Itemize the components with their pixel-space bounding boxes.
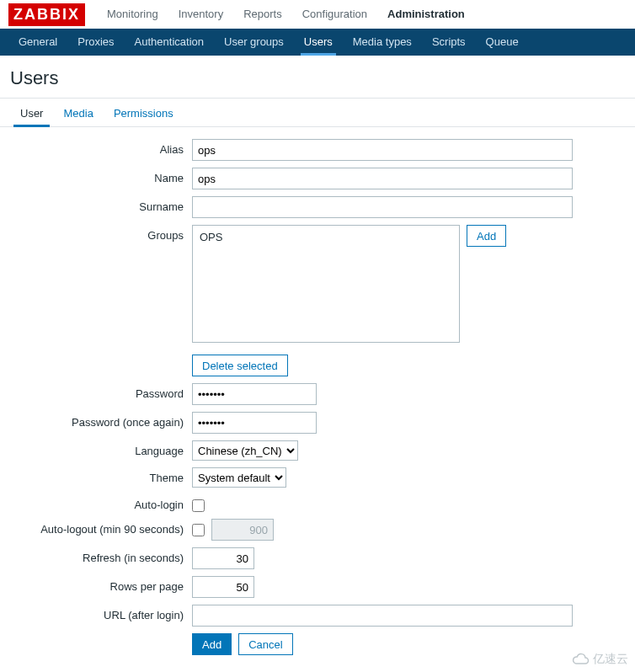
subnav-authentication[interactable]: Authentication bbox=[125, 29, 214, 56]
password2-label: Password (once again) bbox=[0, 412, 192, 429]
theme-label: Theme bbox=[0, 467, 192, 484]
password2-input[interactable] bbox=[192, 412, 317, 434]
surname-label: Surname bbox=[0, 196, 192, 213]
page-title: Users bbox=[10, 67, 625, 89]
groups-add-button[interactable]: Add bbox=[467, 225, 506, 247]
subnav-proxies[interactable]: Proxies bbox=[67, 29, 124, 56]
nav-monitoring[interactable]: Monitoring bbox=[97, 0, 168, 29]
tab-permissions[interactable]: Permissions bbox=[104, 99, 184, 126]
nav-administration[interactable]: Administration bbox=[377, 0, 475, 29]
tab-media[interactable]: Media bbox=[53, 99, 103, 126]
rows-label: Rows per page bbox=[0, 576, 192, 593]
groups-delete-button[interactable]: Delete selected bbox=[192, 355, 288, 376]
refresh-label: Refresh (in seconds) bbox=[0, 547, 192, 564]
autologout-label: Auto-logout (min 90 seconds) bbox=[0, 519, 192, 536]
nav-configuration[interactable]: Configuration bbox=[292, 0, 377, 29]
alias-label: Alias bbox=[0, 139, 192, 156]
theme-select[interactable]: System default bbox=[192, 467, 286, 488]
password-input[interactable] bbox=[192, 383, 317, 405]
url-input[interactable] bbox=[192, 605, 573, 627]
rows-input[interactable] bbox=[192, 576, 254, 598]
cancel-button[interactable]: Cancel bbox=[238, 633, 292, 655]
nav-reports[interactable]: Reports bbox=[233, 0, 292, 29]
user-form: Alias Name Surname Groups OPS Add Delete… bbox=[0, 127, 635, 672]
name-label: Name bbox=[0, 168, 192, 184]
top-nav: ZABBIX Monitoring Inventory Reports Conf… bbox=[0, 0, 635, 29]
subnav-media-types[interactable]: Media types bbox=[343, 29, 422, 56]
add-button[interactable]: Add bbox=[192, 633, 232, 655]
autologin-label: Auto-login bbox=[0, 494, 192, 511]
subnav-queue[interactable]: Queue bbox=[476, 29, 529, 56]
tabs: User Media Permissions bbox=[0, 99, 635, 126]
refresh-input[interactable] bbox=[192, 547, 254, 569]
password-label: Password bbox=[0, 383, 192, 400]
subnav-user-groups[interactable]: User groups bbox=[214, 29, 294, 56]
name-input[interactable] bbox=[192, 168, 573, 189]
alias-input[interactable] bbox=[192, 139, 573, 161]
language-label: Language bbox=[0, 440, 192, 457]
tab-user[interactable]: User bbox=[10, 99, 53, 126]
surname-input[interactable] bbox=[192, 196, 573, 218]
sub-nav: General Proxies Authentication User grou… bbox=[0, 29, 635, 56]
logo: ZABBIX bbox=[8, 3, 85, 26]
language-select[interactable]: Chinese (zh_CN) bbox=[192, 440, 298, 461]
autologout-checkbox[interactable] bbox=[192, 524, 205, 536]
nav-inventory[interactable]: Inventory bbox=[168, 0, 233, 29]
groups-label: Groups bbox=[0, 225, 192, 242]
autologout-input bbox=[211, 519, 274, 541]
url-label: URL (after login) bbox=[0, 605, 192, 621]
groups-listbox[interactable]: OPS bbox=[192, 225, 460, 343]
subnav-users[interactable]: Users bbox=[294, 29, 343, 56]
subnav-general[interactable]: General bbox=[8, 29, 67, 56]
autologin-checkbox[interactable] bbox=[192, 499, 205, 512]
